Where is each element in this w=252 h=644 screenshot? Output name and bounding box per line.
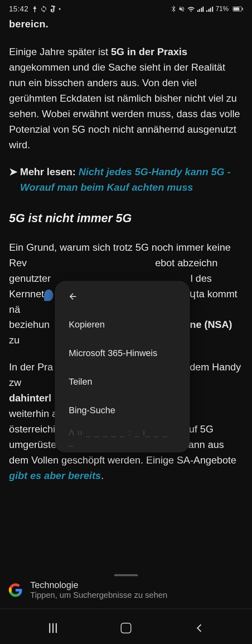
google-search-subtitle: Tippen, um Suchergebnisse zu sehen [30, 591, 167, 600]
bluetooth-icon [171, 6, 176, 12]
drag-handle-icon[interactable] [114, 574, 138, 576]
p2-c: genutzter [9, 273, 51, 284]
p3-h: . [101, 470, 104, 481]
section-heading: 5G ist nicht immer 5G [9, 209, 243, 227]
p2-h: (NSA) [204, 319, 232, 330]
google-search-bar[interactable]: Technologie Tippen, um Suchergebnisse zu… [0, 575, 252, 606]
context-menu-bing[interactable]: Bing-Suche [55, 396, 190, 425]
google-search-text: Technologie Tippen, um Suchergebnisse zu… [30, 580, 167, 600]
divider [0, 608, 252, 609]
signal-icon-2 [206, 6, 213, 12]
svg-text:+: + [193, 7, 194, 9]
recents-icon [49, 623, 57, 633]
signal-icon-1 [197, 6, 204, 12]
p2-f: beziehun [9, 319, 50, 330]
battery-percentage: 71% [216, 5, 229, 13]
partial-text-top: bereicn. [9, 16, 243, 32]
status-time: 15:42 [9, 5, 29, 13]
p3-c: dahinterl [9, 392, 51, 403]
nyt-icon [50, 5, 56, 13]
nav-home-button[interactable] [110, 623, 142, 633]
more-read-block: ➤ Mehr lesen: Nicht jedes 5G-Handy kann … [9, 164, 243, 195]
p1-text-c: angekommen und die Sache sieht in der Re… [9, 62, 240, 150]
google-logo-icon [8, 583, 23, 597]
p2-b: ebot abzeichn [155, 257, 218, 268]
status-app-icons: • [32, 5, 61, 13]
context-menu: Kopieren Microsoft 365-Hinweis Teilen Bi… [55, 281, 190, 452]
back-arrow-icon [67, 292, 79, 301]
paragraph-1: Einige Jahre später ist 5G in der Praxis… [9, 44, 243, 153]
status-bar: 15:42 • + 71% [0, 0, 252, 16]
p1-text-a: Einige Jahre später ist [9, 46, 111, 57]
google-search-title: Technologie [30, 580, 167, 591]
context-menu-overflow: Λ ιι _ _ _ _ _ : _ ι_ _ _ _ [55, 425, 190, 447]
sa-offers-link[interactable]: gibt es aber bereits [9, 470, 101, 481]
context-menu-copy[interactable]: Kopieren [55, 310, 190, 339]
arrow-icon: ➤ [9, 164, 18, 195]
p2-i: zu [9, 334, 20, 345]
context-menu-ms365[interactable]: Microsoft 365-Hinweis [55, 339, 190, 368]
p3-a: In der Pra [9, 361, 53, 372]
status-left: 15:42 • [9, 5, 61, 13]
refresh-icon [40, 5, 47, 13]
status-right: + 71% [171, 5, 243, 13]
more-notifications-dot: • [59, 6, 61, 12]
nav-recents-button[interactable] [36, 623, 69, 633]
wifi-icon: + [187, 6, 195, 12]
home-icon [121, 623, 131, 633]
more-read-label: Mehr lesen: [20, 166, 76, 177]
p1-bold: 5G in der Praxis [111, 46, 187, 57]
android-nav-bar [0, 612, 252, 644]
back-icon [194, 623, 205, 633]
battery-icon [231, 7, 243, 11]
nav-arrow-icon [32, 6, 38, 12]
context-menu-back-button[interactable] [55, 290, 190, 310]
nav-back-button[interactable] [183, 623, 216, 633]
mute-icon [178, 6, 185, 12]
context-menu-share[interactable]: Teilen [55, 368, 190, 396]
selection-handle-icon[interactable] [44, 290, 53, 301]
